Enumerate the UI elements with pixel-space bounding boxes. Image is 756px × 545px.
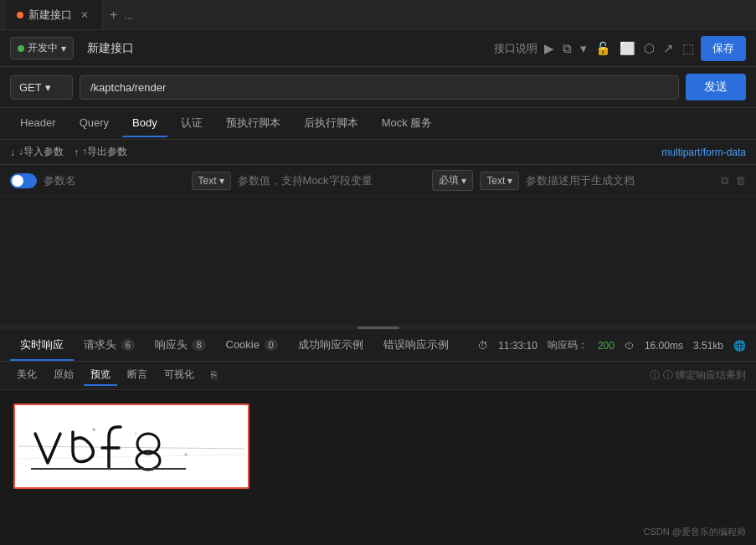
method-label: GET xyxy=(19,81,42,94)
svg-point-7 xyxy=(93,429,95,431)
resp-raw-btn[interactable]: 原始 xyxy=(47,365,80,386)
param-actions: ⧉ 🗑 xyxy=(721,174,746,188)
param-value-input[interactable] xyxy=(238,174,426,187)
resp-tab-reqheader[interactable]: 请求头 6 xyxy=(74,331,145,361)
resp-status-label: 响应码： xyxy=(548,338,588,352)
export-param-btn[interactable]: ↑ ↑导出参数 xyxy=(74,145,127,159)
resp-preview-btn[interactable]: 预览 xyxy=(84,365,117,386)
body-content-area xyxy=(0,197,756,325)
captcha-image xyxy=(18,409,244,484)
env-selector[interactable]: 开发中 ▾ xyxy=(10,37,74,59)
svg-point-8 xyxy=(135,433,136,434)
resp-toolbar: 美化 原始 预览 断言 可视化 ⎘ ⓘ ⓘ 绑定响应结果到 xyxy=(0,362,756,390)
tab-new-api[interactable]: 新建接口 ✕ xyxy=(7,0,103,29)
bookmark-icon[interactable]: ⬚ xyxy=(682,41,694,56)
chevron-down-icon[interactable]: ▾ xyxy=(580,41,587,56)
drag-handle-bar xyxy=(357,326,399,329)
tab-dot xyxy=(17,12,23,18)
info-icon: ⓘ xyxy=(650,368,660,383)
copy-icon[interactable]: ⧉ xyxy=(563,41,572,56)
send-button[interactable]: 发送 xyxy=(686,74,746,100)
resp-visual-btn[interactable]: 可视化 xyxy=(157,365,201,386)
bind-label: ⓘ 绑定响应结果到 xyxy=(663,368,746,383)
resp-time: 11:33:10 xyxy=(498,340,537,352)
resp-time-icon: ⏱ xyxy=(478,340,488,352)
lock-icon[interactable]: 🔓 xyxy=(595,41,611,56)
globe-icon: 🌐 xyxy=(733,340,746,352)
tab-label: 新建接口 xyxy=(28,8,72,23)
env-status-dot xyxy=(18,45,24,52)
param-toggle[interactable] xyxy=(10,173,37,188)
captcha-wrapper xyxy=(13,404,249,489)
resp-assert-btn[interactable]: 断言 xyxy=(121,365,154,386)
resp-bind-btn[interactable]: ⓘ ⓘ 绑定响应结果到 xyxy=(650,368,746,383)
method-select[interactable]: GET ▾ xyxy=(10,75,73,100)
duplicate-icon[interactable]: ⬜ xyxy=(620,41,635,56)
tab-query[interactable]: Query xyxy=(69,110,119,137)
required-select[interactable]: 必填 ▾ xyxy=(432,170,473,191)
param-name-input[interactable] xyxy=(44,174,185,187)
resp-tab-error[interactable]: 错误响应示例 xyxy=(373,331,459,361)
api-desc-label[interactable]: 接口说明 xyxy=(494,41,537,56)
url-bar: GET ▾ 发送 xyxy=(0,67,756,108)
resp-copy-btn[interactable]: ⎘ xyxy=(204,367,224,385)
type-select-1[interactable]: Text ▾ xyxy=(192,172,231,190)
resp-beautify-btn[interactable]: 美化 xyxy=(10,365,44,386)
env-label: 开发中 xyxy=(28,41,58,55)
toolbar-icons: ▶ ⧉ ▾ 🔓 ⬜ ⬡ ↗ ⬚ xyxy=(544,41,694,56)
resp-tab-cookie[interactable]: Cookie 0 xyxy=(216,332,288,359)
play-icon[interactable]: ▶ xyxy=(544,41,554,56)
export-icon[interactable]: ↗ xyxy=(663,41,674,56)
resp-header-badge: 8 xyxy=(192,339,205,351)
import-param-btn[interactable]: ↓ ↓导入参数 xyxy=(10,145,64,159)
response-tabs: 实时响应 请求头 6 响应头 8 Cookie 0 成功响应示例 错误响应示例 … xyxy=(0,330,756,362)
attribution: CSDN @爱音乐的编程师 xyxy=(644,526,746,538)
param-desc-input[interactable] xyxy=(526,174,714,187)
resp-content: CSDN @爱音乐的编程师 xyxy=(0,390,756,545)
import-label: ↓导入参数 xyxy=(18,145,64,159)
tab-body[interactable]: Body xyxy=(122,110,167,137)
tabs-nav: Header Query Body 认证 预执行脚本 后执行脚本 Mock 服务 xyxy=(0,108,756,140)
type-label-2: Text xyxy=(486,175,505,187)
resp-tab-success[interactable]: 成功响应示例 xyxy=(288,331,373,361)
import-arrow-icon: ↓ xyxy=(10,147,15,158)
env-chevron-icon: ▾ xyxy=(61,43,66,54)
tab-close-btn[interactable]: ✕ xyxy=(77,8,92,23)
response-meta: ⏱ 11:33:10 响应码： 200 ⏲ 16.00ms 3.51kb 🌐 xyxy=(478,338,746,352)
tab-pre-script[interactable]: 预执行脚本 xyxy=(216,109,291,139)
svg-point-9 xyxy=(185,454,188,456)
resp-size: 3.51kb xyxy=(693,340,723,352)
tab-mock[interactable]: Mock 服务 xyxy=(372,109,443,139)
multipart-link[interactable]: multipart/form-data xyxy=(661,147,746,158)
tab-header[interactable]: Header xyxy=(10,110,66,137)
required-chevron-icon: ▾ xyxy=(461,175,466,187)
type-select-2[interactable]: Text ▾ xyxy=(480,172,519,190)
type-chevron-icon-2: ▾ xyxy=(507,175,512,187)
method-chevron-icon: ▾ xyxy=(45,81,51,94)
share-icon[interactable]: ⬡ xyxy=(644,41,655,56)
required-label: 必填 xyxy=(439,173,459,188)
resp-tab-realtime[interactable]: 实时响应 xyxy=(10,331,74,361)
resp-tab-respheader[interactable]: 响应头 8 xyxy=(145,331,216,361)
main-layout: 开发中 ▾ 新建接口 接口说明 ▶ ⧉ ▾ 🔓 ⬜ ⬡ ↗ ⬚ 保存 GET ▾… xyxy=(0,30,756,545)
req-header-badge: 6 xyxy=(121,339,135,351)
toolbar: 开发中 ▾ 新建接口 接口说明 ▶ ⧉ ▾ 🔓 ⬜ ⬡ ↗ ⬚ 保存 xyxy=(0,30,756,67)
save-button[interactable]: 保存 xyxy=(701,36,746,61)
resp-duration-icon: ⏲ xyxy=(625,340,635,352)
type-label-1: Text xyxy=(198,175,217,187)
cookie-badge: 0 xyxy=(265,339,278,351)
api-name: 新建接口 xyxy=(80,41,487,56)
export-arrow-icon: ↑ xyxy=(74,147,79,158)
tab-add-btn[interactable]: + xyxy=(103,8,124,23)
param-delete-icon[interactable]: 🗑 xyxy=(735,174,746,188)
type-chevron-icon-1: ▾ xyxy=(219,175,224,187)
resp-duration: 16.00ms xyxy=(645,340,683,352)
tab-more-btn[interactable]: ... xyxy=(124,8,134,22)
tab-auth[interactable]: 认证 xyxy=(171,109,213,139)
param-row: Text ▾ 必填 ▾ Text ▾ ⧉ 🗑 xyxy=(0,165,756,197)
url-input[interactable] xyxy=(80,75,679,100)
tab-post-script[interactable]: 后执行脚本 xyxy=(294,109,368,139)
param-toolbar: ↓ ↓导入参数 ↑ ↑导出参数 multipart/form-data xyxy=(0,140,756,165)
export-label: ↑导出参数 xyxy=(82,145,127,159)
param-copy-icon[interactable]: ⧉ xyxy=(721,174,728,188)
